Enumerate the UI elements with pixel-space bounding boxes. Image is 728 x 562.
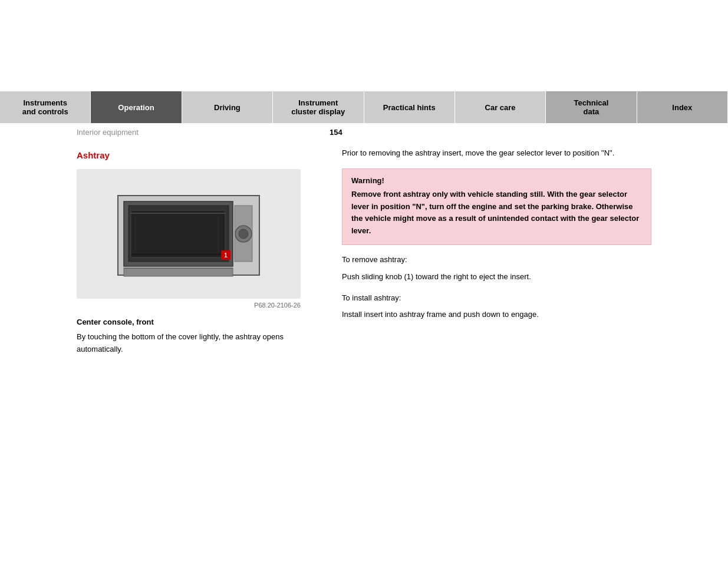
nav-item-practical[interactable]: Practical hints [364,91,455,123]
remove-label: To remove ashtray: [342,254,651,266]
warning-title: Warning! [351,176,642,185]
svg-rect-3 [131,210,225,257]
image-caption: P68.20-2106-26 [77,302,301,309]
section-title: Ashtray [77,150,312,160]
svg-point-8 [239,229,248,239]
left-column: Ashtray 1 [77,147,330,356]
nav-item-car-care[interactable]: Car care [455,91,546,123]
body-text: By touching the bottom of the cover ligh… [77,331,312,356]
breadcrumb: Interior equipment [77,128,139,137]
nav-item-instruments[interactable]: Instruments and controls [0,91,91,123]
nav-item-index[interactable]: Index [637,91,728,123]
nav-item-driving[interactable]: Driving [182,91,273,123]
nav-item-technical[interactable]: Technical data [546,91,637,123]
svg-rect-11 [124,268,233,276]
remove-text: Push sliding knob (1) toward the right t… [342,271,651,283]
intro-text: Prior to removing the ashtray insert, mo… [342,147,651,160]
right-column: Prior to removing the ashtray insert, mo… [330,147,651,356]
breadcrumb-row: Interior equipment 154 [0,123,728,141]
ashtray-svg: 1 [106,181,271,287]
warning-box: Warning! Remove front ashtray only with … [342,168,651,245]
nav-item-operation[interactable]: Operation [91,91,182,123]
install-text: Install insert into ashtray frame and pu… [342,309,651,321]
warning-text: Remove front ashtray only with vehicle s… [351,189,642,237]
ashtray-image: 1 [77,169,301,299]
sub-heading: Center console, front [77,318,312,326]
nav-item-cluster[interactable]: Instrument cluster display [273,91,364,123]
page-number: 154 [330,128,342,137]
svg-text:1: 1 [224,252,228,259]
page-content: Ashtray 1 [0,147,728,356]
install-label: To install ashtray: [342,292,651,305]
navigation-bar: Instruments and controls Operation Drivi… [0,91,728,123]
